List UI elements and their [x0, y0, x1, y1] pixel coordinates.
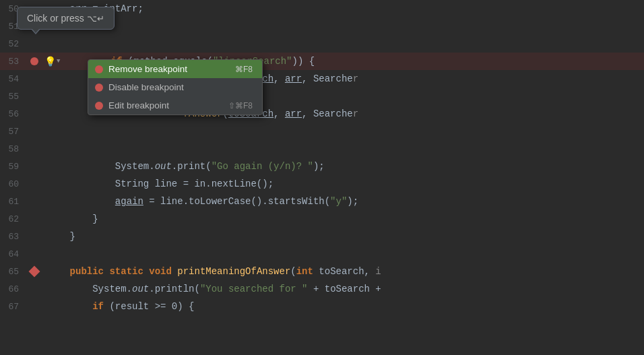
code-content-67: if (result >= 0) { [44, 298, 644, 315]
code-line-57: 57 [0, 123, 644, 140]
tooltip-shortcut: ⌥↵ [87, 13, 104, 24]
code-line-52: 52 [0, 35, 644, 53]
menu-item-left-1: Remove breakpoint [95, 64, 187, 74]
code-line-60: 60 String line = in.nextLine(); [0, 175, 644, 193]
code-area: 50 arr = intArr; 51 52 53 💡 ▼ if (method… [0, 0, 644, 355]
code-line-66: 66 System.out.println("You searched for … [0, 280, 644, 298]
bulb-icon: 💡 [44, 56, 56, 67]
bulb-area[interactable]: 💡 ▼ [44, 56, 60, 67]
tooltip-text: Click or press [27, 13, 87, 24]
line-num-62: 62 [0, 214, 24, 224]
code-content-62: } [44, 210, 644, 228]
breakpoint-dot-53[interactable] [30, 57, 38, 65]
code-content-66: System.out.println("You searched for " +… [44, 280, 644, 298]
code-line-65: 65 public static void printMeaningOfAnsw… [0, 263, 644, 280]
line-num-64: 64 [0, 249, 24, 259]
breakpoint-diamond-65[interactable] [29, 266, 40, 278]
tooltip-bubble: Click or press ⌥↵ [17, 7, 115, 30]
menu-label-remove: Remove breakpoint [108, 64, 187, 74]
menu-item-edit-breakpoint[interactable]: Edit breakpoint ⇧⌘F8 [88, 96, 262, 115]
line-num-66: 66 [0, 284, 24, 294]
code-content-59: System.out.print("Go again (y/n)? "); [44, 158, 644, 175]
context-menu[interactable]: Remove breakpoint ⌘F8 Disable breakpoint… [88, 59, 263, 115]
code-content-61: again = line.toLowerCase().startsWith("y… [44, 193, 644, 210]
menu-dot-2 [95, 84, 103, 92]
code-line-67: 67 if (result >= 0) { [0, 298, 644, 315]
line-num-61: 61 [0, 197, 24, 207]
menu-dot-1 [95, 65, 103, 73]
code-line-58: 58 [0, 140, 644, 158]
line-num-52: 52 [0, 39, 24, 49]
code-line-61: 61 again = line.toLowerCase().startsWith… [0, 193, 644, 210]
gutter-53[interactable] [24, 57, 44, 65]
line-num-53: 53 [0, 57, 24, 67]
line-num-59: 59 [0, 162, 24, 172]
line-num-55: 55 [0, 92, 24, 102]
menu-item-disable-breakpoint[interactable]: Disable breakpoint [88, 78, 262, 96]
line-num-63: 63 [0, 232, 24, 242]
menu-item-left-2: Disable breakpoint [95, 82, 184, 92]
menu-item-left-3: Edit breakpoint [95, 100, 169, 110]
menu-label-edit: Edit breakpoint [108, 100, 169, 110]
line-num-57: 57 [0, 127, 24, 137]
line-num-54: 54 [0, 74, 24, 84]
line-num-60: 60 [0, 179, 24, 189]
code-line-62: 62 } [0, 210, 644, 228]
code-content-50: arr = intArr; [44, 0, 644, 18]
gutter-65[interactable] [24, 267, 44, 276]
line-num-58: 58 [0, 144, 24, 154]
menu-label-disable: Disable breakpoint [108, 82, 184, 92]
dropdown-arrow: ▼ [57, 58, 60, 65]
code-line-59: 59 System.out.print("Go again (y/n)? "); [0, 158, 644, 175]
code-line-64: 64 [0, 245, 644, 263]
line-num-67: 67 [0, 302, 24, 312]
line-num-56: 56 [0, 109, 24, 119]
code-content-65: public static void printMeaningOfAnswer(… [44, 263, 644, 280]
menu-dot-3 [95, 102, 103, 110]
line-num-65: 65 [0, 267, 24, 277]
code-content-63: } [44, 228, 644, 245]
menu-shortcut-edit: ⇧⌘F8 [228, 101, 253, 110]
code-line-63: 63 } [0, 228, 644, 245]
code-content-60: String line = in.nextLine(); [44, 175, 644, 193]
menu-shortcut-remove: ⌘F8 [235, 65, 253, 74]
menu-item-remove-breakpoint[interactable]: Remove breakpoint ⌘F8 [88, 60, 262, 78]
